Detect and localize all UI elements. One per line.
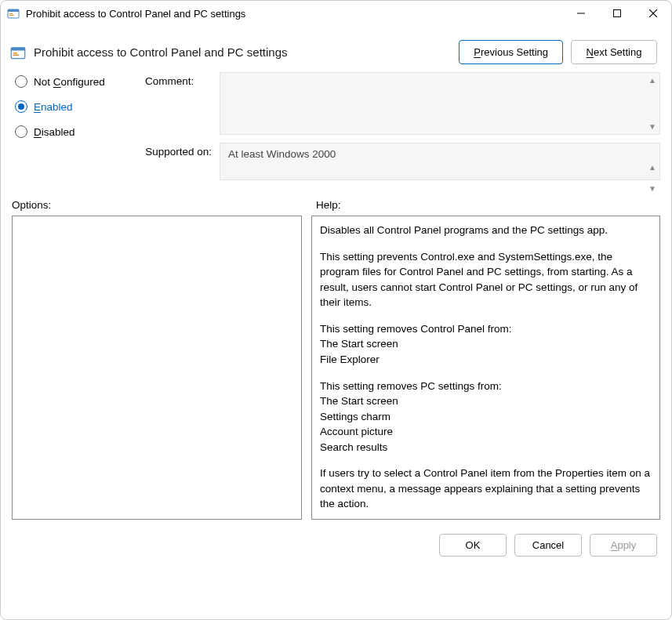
radio-not-configured[interactable]: Not Configured	[15, 75, 145, 88]
previous-setting-button[interactable]: Previous Setting	[459, 40, 563, 64]
svg-rect-5	[614, 10, 621, 17]
scroll-arrows: ▲▼	[648, 160, 656, 196]
radio-icon	[15, 75, 27, 88]
state-radio-group: Not Configured Enabled Disabled	[12, 72, 145, 180]
supported-on-label: Supported on:	[131, 143, 220, 180]
help-text: Disables all Control Panel programs and …	[320, 223, 652, 512]
supported-on-value: At least Windows 2000	[228, 148, 336, 160]
svg-rect-3	[9, 15, 14, 16]
radio-label: Not Configured	[34, 76, 105, 88]
radio-icon	[15, 100, 27, 113]
minimize-button[interactable]	[563, 1, 599, 26]
options-panel	[12, 216, 302, 520]
radio-label: Disabled	[34, 126, 75, 138]
svg-rect-2	[9, 13, 13, 14]
titlebar: Prohibit access to Control Panel and PC …	[1, 1, 671, 26]
supported-on-field: At least Windows 2000 ▲▼	[220, 143, 660, 180]
svg-rect-10	[13, 53, 17, 54]
radio-icon	[15, 125, 27, 138]
nav-buttons: Previous Setting Next Setting	[459, 40, 657, 64]
help-label: Help:	[316, 199, 341, 211]
svg-rect-1	[8, 9, 19, 12]
svg-rect-9	[11, 47, 25, 50]
panel-labels: Options: Help:	[1, 180, 671, 216]
scroll-arrows: ▲▼	[648, 73, 656, 134]
cancel-button[interactable]: Cancel	[514, 534, 582, 557]
comment-field[interactable]: ▲▼	[220, 72, 660, 135]
panels: Disables all Control Panel programs and …	[1, 216, 671, 520]
policy-detail-icon	[10, 45, 26, 60]
apply-button[interactable]: Apply	[590, 534, 657, 557]
settings-area: Not Configured Enabled Disabled Comment:…	[1, 72, 671, 180]
policy-icon	[7, 7, 20, 20]
ok-button[interactable]: OK	[439, 534, 507, 557]
radio-disabled[interactable]: Disabled	[15, 125, 145, 138]
header: Prohibit access to Control Panel and PC …	[1, 26, 671, 72]
policy-title: Prohibit access to Control Panel and PC …	[34, 45, 451, 59]
comment-label: Comment:	[145, 72, 220, 135]
maximize-button[interactable]	[599, 1, 635, 26]
help-panel: Disables all Control Panel programs and …	[311, 216, 660, 520]
next-setting-button[interactable]: Next Setting	[571, 40, 657, 64]
options-label: Options:	[12, 199, 316, 211]
window-controls	[563, 1, 671, 26]
close-button[interactable]	[635, 1, 671, 26]
radio-enabled[interactable]: Enabled	[15, 100, 145, 113]
dialog-footer: OK Cancel Apply	[1, 520, 671, 557]
radio-label: Enabled	[34, 101, 73, 113]
window-title: Prohibit access to Control Panel and PC …	[26, 8, 563, 20]
svg-rect-11	[13, 54, 20, 56]
